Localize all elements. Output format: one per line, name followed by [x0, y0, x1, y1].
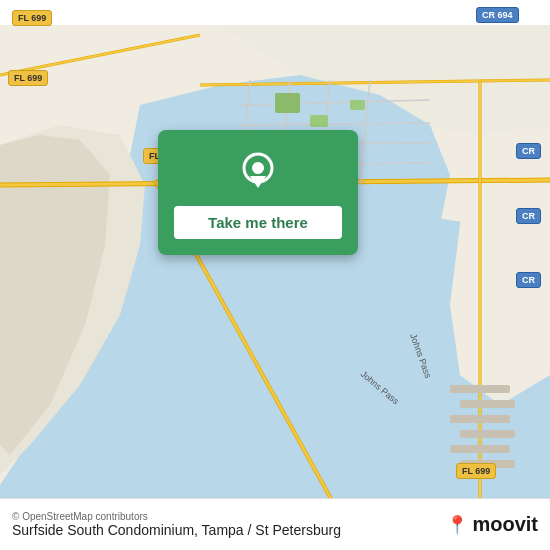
svg-rect-37: [350, 100, 365, 110]
bottom-left-info: © OpenStreetMap contributors Surfside So…: [12, 511, 341, 538]
svg-rect-36: [310, 115, 328, 127]
take-me-there-button[interactable]: Take me there: [174, 206, 342, 239]
route-badge-cr-1: CR: [516, 143, 541, 159]
svg-rect-30: [460, 430, 515, 438]
svg-rect-29: [450, 415, 510, 423]
osm-credit: © OpenStreetMap contributors: [12, 511, 341, 522]
moovit-pin-icon: 📍: [446, 514, 468, 536]
location-name: Surfside South Condominium, Tampa / St P…: [12, 522, 341, 538]
svg-rect-27: [450, 385, 510, 393]
map-container: Johns Pass Johns Pass FL 699 CR 694 FL 6…: [0, 0, 550, 550]
route-badge-fl699-2: FL 699: [8, 70, 48, 86]
location-pin-icon: [236, 150, 280, 194]
moovit-wordmark: moovit: [472, 513, 538, 536]
svg-rect-35: [275, 93, 300, 113]
svg-rect-31: [450, 445, 510, 453]
moovit-logo: 📍 moovit: [446, 513, 538, 536]
bottom-bar: © OpenStreetMap contributors Surfside So…: [0, 498, 550, 550]
route-badge-fl699-1: FL 699: [12, 10, 52, 26]
route-badge-fl699-4: FL 699: [456, 463, 496, 479]
svg-point-39: [252, 162, 264, 174]
route-badge-cr694: CR 694: [476, 7, 519, 23]
svg-rect-28: [460, 400, 515, 408]
route-badge-cr-2: CR: [516, 208, 541, 224]
route-badge-cr-3: CR: [516, 272, 541, 288]
location-card: Take me there: [158, 130, 358, 255]
